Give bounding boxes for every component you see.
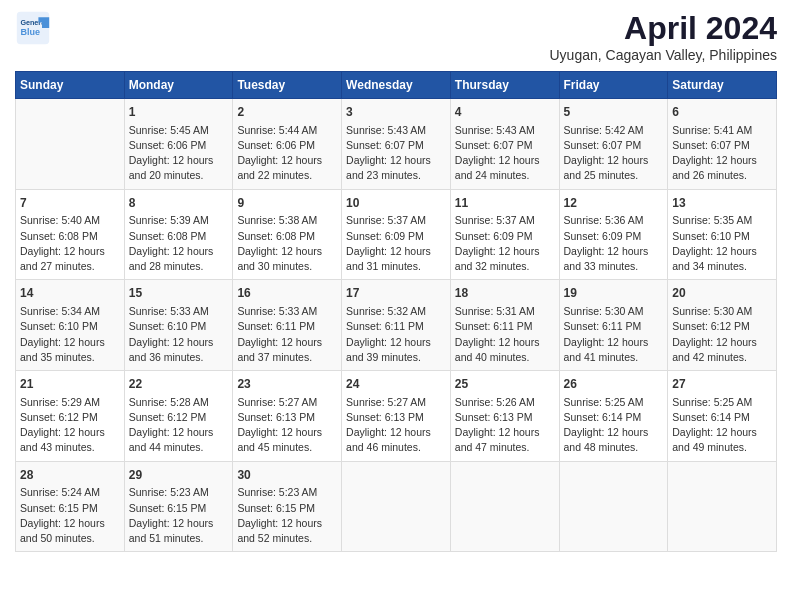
cell-line: and 24 minutes. (455, 168, 555, 183)
cell-line: Sunset: 6:07 PM (455, 138, 555, 153)
cell-line: Daylight: 12 hours (564, 153, 664, 168)
cell-line: Sunrise: 5:45 AM (129, 123, 229, 138)
cell-line: and 41 minutes. (564, 350, 664, 365)
calendar-cell: 6Sunrise: 5:41 AMSunset: 6:07 PMDaylight… (668, 99, 777, 190)
cell-content: Sunrise: 5:23 AMSunset: 6:15 PMDaylight:… (237, 485, 337, 546)
cell-content: Sunrise: 5:43 AMSunset: 6:07 PMDaylight:… (455, 123, 555, 184)
cell-line: Sunrise: 5:44 AM (237, 123, 337, 138)
calendar-week-row: 7Sunrise: 5:40 AMSunset: 6:08 PMDaylight… (16, 189, 777, 280)
cell-line: and 52 minutes. (237, 531, 337, 546)
cell-content: Sunrise: 5:44 AMSunset: 6:06 PMDaylight:… (237, 123, 337, 184)
cell-line: and 26 minutes. (672, 168, 772, 183)
cell-content: Sunrise: 5:30 AMSunset: 6:12 PMDaylight:… (672, 304, 772, 365)
calendar-week-row: 14Sunrise: 5:34 AMSunset: 6:10 PMDayligh… (16, 280, 777, 371)
cell-line: and 20 minutes. (129, 168, 229, 183)
cell-line: Daylight: 12 hours (237, 335, 337, 350)
cell-line: Sunrise: 5:25 AM (564, 395, 664, 410)
day-number: 18 (455, 285, 555, 302)
cell-line: Daylight: 12 hours (237, 516, 337, 531)
calendar-cell: 9Sunrise: 5:38 AMSunset: 6:08 PMDaylight… (233, 189, 342, 280)
calendar-cell: 22Sunrise: 5:28 AMSunset: 6:12 PMDayligh… (124, 371, 233, 462)
day-number: 3 (346, 104, 446, 121)
cell-line: and 25 minutes. (564, 168, 664, 183)
cell-line: Sunrise: 5:39 AM (129, 213, 229, 228)
cell-content: Sunrise: 5:33 AMSunset: 6:11 PMDaylight:… (237, 304, 337, 365)
cell-line: and 27 minutes. (20, 259, 120, 274)
day-number: 29 (129, 467, 229, 484)
cell-line: Daylight: 12 hours (455, 335, 555, 350)
calendar-cell: 29Sunrise: 5:23 AMSunset: 6:15 PMDayligh… (124, 461, 233, 552)
calendar-cell: 26Sunrise: 5:25 AMSunset: 6:14 PMDayligh… (559, 371, 668, 462)
cell-line: Sunset: 6:15 PM (129, 501, 229, 516)
calendar-cell: 10Sunrise: 5:37 AMSunset: 6:09 PMDayligh… (342, 189, 451, 280)
calendar-cell: 30Sunrise: 5:23 AMSunset: 6:15 PMDayligh… (233, 461, 342, 552)
cell-line: and 45 minutes. (237, 440, 337, 455)
cell-line: Sunset: 6:13 PM (346, 410, 446, 425)
cell-line: and 42 minutes. (672, 350, 772, 365)
cell-line: and 33 minutes. (564, 259, 664, 274)
cell-line: and 47 minutes. (455, 440, 555, 455)
cell-line: and 22 minutes. (237, 168, 337, 183)
cell-line: Daylight: 12 hours (237, 153, 337, 168)
cell-content: Sunrise: 5:38 AMSunset: 6:08 PMDaylight:… (237, 213, 337, 274)
cell-line: Daylight: 12 hours (346, 425, 446, 440)
cell-line: Sunset: 6:10 PM (20, 319, 120, 334)
col-tuesday: Tuesday (233, 72, 342, 99)
cell-line: Sunset: 6:10 PM (129, 319, 229, 334)
cell-line: Daylight: 12 hours (129, 425, 229, 440)
calendar-week-row: 28Sunrise: 5:24 AMSunset: 6:15 PMDayligh… (16, 461, 777, 552)
cell-line: Sunset: 6:13 PM (455, 410, 555, 425)
day-number: 27 (672, 376, 772, 393)
day-number: 5 (564, 104, 664, 121)
calendar-cell: 20Sunrise: 5:30 AMSunset: 6:12 PMDayligh… (668, 280, 777, 371)
cell-line: and 31 minutes. (346, 259, 446, 274)
cell-line: Sunset: 6:06 PM (237, 138, 337, 153)
cell-line: Sunrise: 5:40 AM (20, 213, 120, 228)
calendar-cell: 28Sunrise: 5:24 AMSunset: 6:15 PMDayligh… (16, 461, 125, 552)
day-number: 13 (672, 195, 772, 212)
cell-line: Daylight: 12 hours (455, 244, 555, 259)
col-saturday: Saturday (668, 72, 777, 99)
cell-line: Sunrise: 5:42 AM (564, 123, 664, 138)
cell-line: Sunset: 6:12 PM (672, 319, 772, 334)
cell-line: and 35 minutes. (20, 350, 120, 365)
cell-line: Sunset: 6:07 PM (672, 138, 772, 153)
day-number: 22 (129, 376, 229, 393)
cell-content: Sunrise: 5:30 AMSunset: 6:11 PMDaylight:… (564, 304, 664, 365)
cell-line: Sunrise: 5:27 AM (237, 395, 337, 410)
day-number: 14 (20, 285, 120, 302)
cell-line: and 40 minutes. (455, 350, 555, 365)
day-number: 4 (455, 104, 555, 121)
cell-content: Sunrise: 5:28 AMSunset: 6:12 PMDaylight:… (129, 395, 229, 456)
cell-line: and 39 minutes. (346, 350, 446, 365)
cell-line: Daylight: 12 hours (129, 153, 229, 168)
cell-line: and 32 minutes. (455, 259, 555, 274)
cell-line: and 23 minutes. (346, 168, 446, 183)
cell-line: Sunset: 6:12 PM (129, 410, 229, 425)
day-number: 17 (346, 285, 446, 302)
col-wednesday: Wednesday (342, 72, 451, 99)
day-number: 6 (672, 104, 772, 121)
cell-line: Sunset: 6:11 PM (237, 319, 337, 334)
day-number: 26 (564, 376, 664, 393)
calendar-week-row: 21Sunrise: 5:29 AMSunset: 6:12 PMDayligh… (16, 371, 777, 462)
cell-line: Sunrise: 5:43 AM (346, 123, 446, 138)
cell-line: and 49 minutes. (672, 440, 772, 455)
cell-line: Sunset: 6:07 PM (564, 138, 664, 153)
cell-line: Sunset: 6:08 PM (129, 229, 229, 244)
calendar-cell (16, 99, 125, 190)
cell-line: Sunset: 6:09 PM (455, 229, 555, 244)
cell-line: Sunset: 6:11 PM (564, 319, 664, 334)
cell-content: Sunrise: 5:27 AMSunset: 6:13 PMDaylight:… (237, 395, 337, 456)
cell-line: Sunrise: 5:33 AM (129, 304, 229, 319)
cell-line: Daylight: 12 hours (129, 244, 229, 259)
col-friday: Friday (559, 72, 668, 99)
cell-line: and 36 minutes. (129, 350, 229, 365)
cell-content: Sunrise: 5:42 AMSunset: 6:07 PMDaylight:… (564, 123, 664, 184)
cell-line: and 44 minutes. (129, 440, 229, 455)
day-number: 7 (20, 195, 120, 212)
cell-line: Sunset: 6:08 PM (237, 229, 337, 244)
calendar-cell: 5Sunrise: 5:42 AMSunset: 6:07 PMDaylight… (559, 99, 668, 190)
cell-line: Sunrise: 5:35 AM (672, 213, 772, 228)
cell-content: Sunrise: 5:40 AMSunset: 6:08 PMDaylight:… (20, 213, 120, 274)
